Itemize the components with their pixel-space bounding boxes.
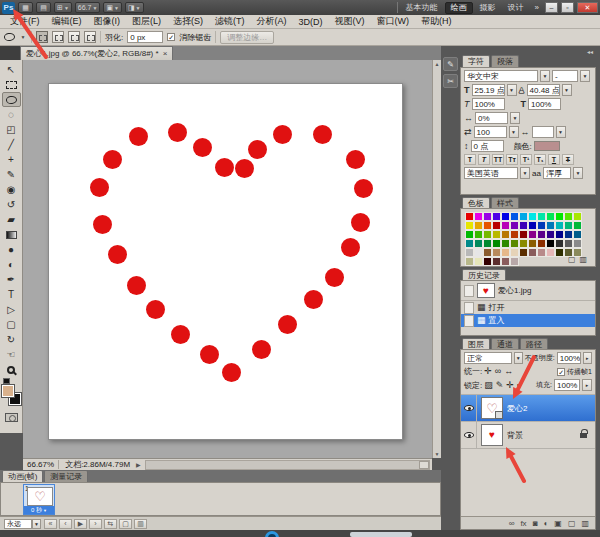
color-swatch[interactable] [492, 257, 501, 266]
link-layers-icon[interactable]: ∞ [509, 519, 515, 528]
color-swatch[interactable] [546, 221, 555, 230]
brush-panel-icon[interactable]: ✎ [443, 57, 458, 71]
screen-mode-icon[interactable]: ◨▼ [125, 2, 144, 13]
color-swatch[interactable] [546, 248, 555, 257]
mini-bridge-icon[interactable]: ▤ [36, 2, 51, 13]
color-swatch[interactable] [510, 230, 519, 239]
document-tab[interactable]: 爱心1.jpg @ 66.7%(爱心2, RGB/8#) * × [20, 46, 173, 60]
workspace-button-设计[interactable]: 设计 [503, 2, 529, 14]
3d-rotate-tool[interactable]: ↻ [2, 332, 21, 347]
color-swatch[interactable] [519, 239, 528, 248]
color-swatch[interactable] [555, 248, 564, 257]
fill-dropdown-icon[interactable]: ▸ [582, 379, 592, 391]
brush-tool[interactable]: ✎ [2, 167, 21, 182]
color-swatch[interactable] [483, 221, 492, 230]
tool-presets-icon[interactable]: ✂ [443, 74, 458, 88]
delete-frame-button[interactable]: ▥ [134, 519, 147, 529]
color-swatch[interactable] [465, 257, 474, 266]
vertical-scale-input[interactable]: 100% [472, 98, 505, 110]
color-swatch[interactable] [555, 221, 564, 230]
collapse-panels-icon[interactable]: ◂◂ [587, 48, 593, 55]
menu-item[interactable]: 滤镜(T) [209, 15, 251, 28]
color-swatch[interactable] [537, 230, 546, 239]
zoom-tool[interactable] [2, 362, 21, 377]
color-swatch[interactable] [483, 257, 492, 266]
text-style-button-7[interactable]: Ŧ [562, 154, 574, 165]
color-swatch[interactable] [573, 230, 582, 239]
color-swatch[interactable] [510, 248, 519, 257]
color-swatch[interactable] [483, 239, 492, 248]
unify-position-icon[interactable]: ✛ [484, 367, 492, 376]
leading-input[interactable]: 40.48 点 [527, 84, 560, 96]
text-style-button-1[interactable]: T [478, 154, 490, 165]
color-swatch[interactable] [564, 221, 573, 230]
quick-mask-button[interactable] [5, 413, 18, 422]
color-swatch[interactable] [465, 248, 474, 257]
restore-button[interactable]: ▫ [561, 2, 574, 13]
taskbar-item[interactable] [350, 532, 412, 537]
marquee-tool[interactable] [2, 77, 21, 92]
color-swatch[interactable] [537, 248, 546, 257]
pen-tool[interactable]: ✒ [2, 272, 21, 287]
proportional-dropdown-icon[interactable]: ▼ [510, 112, 520, 124]
antialias-checkbox[interactable]: ✓ [167, 33, 175, 41]
history-step[interactable]: ▦打开 [461, 301, 595, 314]
play-button[interactable]: ▶ [74, 519, 87, 529]
baseline-shift-input[interactable]: 0 点 [471, 140, 504, 152]
language-select[interactable]: 美国英语 [464, 167, 518, 179]
eyedropper-tool[interactable]: ╱ [2, 137, 21, 152]
text-style-button-3[interactable]: Tᴛ [506, 154, 518, 165]
blend-mode-select[interactable]: 正常 [464, 352, 512, 364]
history-step[interactable]: ▦置入 [461, 314, 595, 327]
color-swatch[interactable] [546, 239, 555, 248]
color-swatch[interactable] [546, 230, 555, 239]
scroll-down-icon[interactable]: ▼ [435, 451, 440, 457]
quick-selection-tool[interactable]: ◌ [2, 107, 21, 122]
text-style-button-2[interactable]: TT [492, 154, 504, 165]
unify-visibility-icon[interactable]: ∞ [495, 367, 501, 376]
view-extras-icon[interactable]: ⊞▼ [54, 2, 72, 13]
tool-preset-dropdown-icon[interactable]: ▼ [19, 34, 27, 40]
color-swatch[interactable] [564, 212, 573, 221]
color-swatch[interactable] [501, 212, 510, 221]
color-swatch[interactable] [465, 230, 474, 239]
menu-item[interactable]: 3D(D) [293, 17, 329, 27]
layer-mask-icon[interactable]: ◙ [533, 519, 538, 528]
layer-row[interactable]: ♡爱心2 [461, 395, 595, 422]
text-style-button-4[interactable]: T¹ [520, 154, 532, 165]
type-tool[interactable]: T [2, 287, 21, 302]
color-swatch[interactable] [474, 212, 483, 221]
menu-item[interactable]: 图层(L) [126, 15, 167, 28]
next-frame-button[interactable]: › [89, 519, 102, 529]
new-swatch-icon[interactable]: ▢ [568, 255, 576, 264]
gradient-tool[interactable] [2, 227, 21, 242]
color-swatch[interactable] [483, 230, 492, 239]
visibility-toggle[interactable] [461, 422, 477, 449]
font-size-input[interactable]: 25.19 点 [472, 84, 505, 96]
text-style-button-0[interactable]: T [464, 154, 476, 165]
color-swatch[interactable] [474, 239, 483, 248]
color-swatch[interactable] [537, 239, 546, 248]
color-swatch[interactable] [564, 230, 573, 239]
tracking-input[interactable]: 100 [474, 126, 507, 138]
color-swatch[interactable] [528, 212, 537, 221]
color-swatch[interactable] [483, 248, 492, 257]
font-family-dropdown-icon[interactable]: ▼ [540, 70, 550, 82]
clone-stamp-tool[interactable]: ◉ [2, 182, 21, 197]
color-swatch[interactable] [510, 212, 519, 221]
tab-paragraph[interactable]: 段落 [491, 55, 519, 67]
minimize-button[interactable]: – [545, 2, 558, 13]
color-swatch[interactable] [555, 239, 564, 248]
menu-item[interactable]: 图像(I) [88, 15, 127, 28]
color-swatch[interactable] [474, 257, 483, 266]
color-swatch[interactable] [519, 221, 528, 230]
font-family-select[interactable]: 华文中宋 [464, 70, 538, 82]
layer-style-icon[interactable]: fx [520, 519, 526, 528]
color-swatch[interactable] [465, 239, 474, 248]
lasso-tool[interactable] [2, 92, 21, 107]
font-style-dropdown-icon[interactable]: ▼ [580, 70, 590, 82]
menu-item[interactable]: 视图(V) [329, 15, 371, 28]
canvas-horizontal-scrollbar[interactable] [145, 460, 430, 470]
zoom-level[interactable]: 66.7▼ [75, 2, 101, 13]
lock-all-icon[interactable]: ▪ [517, 381, 520, 390]
